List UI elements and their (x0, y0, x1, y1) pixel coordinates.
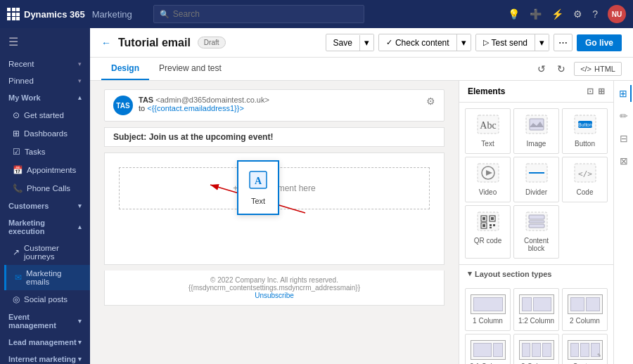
html-button[interactable]: </> HTML (574, 62, 622, 76)
panel-header-icons: ⊡ ⊞ (587, 86, 605, 96)
chevron-down-icon: ▾ (78, 318, 82, 325)
sidebar-item-phone-calls[interactable]: 📞 Phone Calls (4, 179, 90, 197)
image-tile-label: Image (527, 140, 546, 148)
element-tile-qrcode[interactable]: QR code (465, 205, 511, 259)
sidebar-group-internet-marketing[interactable]: Internet marketing ▾ (0, 351, 90, 364)
sidebar-item-recent[interactable]: Recent ▾ (0, 56, 90, 72)
layout-tile-2-1-column[interactable]: 2:1 Column (465, 334, 511, 364)
code-icon: </> (580, 65, 592, 73)
hamburger-button[interactable]: ☰ (0, 28, 90, 56)
element-tile-video[interactable]: Video (465, 157, 511, 202)
settings-icon[interactable]: ⚙ (573, 8, 582, 20)
tab-preview-and-test[interactable]: Preview and test (149, 58, 231, 80)
elements-panel-icon[interactable]: ⊞ (616, 85, 632, 102)
app-logo[interactable]: Dynamics 365 (7, 8, 85, 20)
test-send-dropdown[interactable]: ▾ (535, 34, 549, 51)
sidebar-group-lead-management[interactable]: Lead management ▾ (0, 334, 90, 351)
element-tile-code[interactable]: </> Code (562, 157, 608, 202)
layout-section-header[interactable]: ▾ Layout section types (459, 264, 613, 282)
filter-icon[interactable]: ⚡ (551, 8, 563, 20)
appointments-icon: 📅 (13, 165, 23, 175)
email-canvas: TAS TAS <admin@d365domaintest.co.uk> to … (90, 81, 459, 364)
layout-preview-1-2col (519, 294, 554, 314)
panel-header: Elements ⊡ ⊞ (459, 81, 613, 103)
layout-tile-3-column[interactable]: 3 Column (513, 334, 559, 364)
sidebar-item-tasks[interactable]: ☑ Tasks (4, 143, 90, 161)
unsubscribe-link[interactable]: Unsubscribe (255, 292, 294, 299)
check-content-button[interactable]: ✓ Check content (379, 35, 456, 51)
test-send-group: ▷ Test send ▾ (475, 34, 549, 51)
tabs: Design Preview and test (101, 58, 231, 80)
settings-icon[interactable]: ⚙ (426, 96, 435, 107)
back-button[interactable]: ← (101, 37, 111, 48)
sidebar-item-customer-journeys[interactable]: ↗ Customer journeys (4, 240, 90, 265)
sidebar-item-pinned[interactable]: Pinned ▾ (0, 72, 90, 89)
layout-preview-custom: ✎ (568, 340, 603, 360)
email-info-bar: TAS TAS <admin@d365domaintest.co.uk> to … (104, 89, 445, 122)
extra-icon[interactable]: ⊠ (617, 152, 631, 169)
more-options-button[interactable]: ⋯ (554, 34, 573, 51)
chevron-down-icon: ▾ (468, 269, 472, 278)
undo-button[interactable]: ↺ (535, 60, 549, 77)
to-label: to (139, 104, 145, 112)
panel-grid-icon[interactable]: ⊞ (598, 86, 605, 96)
page-header: ← Tutorial email Draft Save ▾ ✓ Check co… (90, 28, 633, 58)
topnav: Dynamics 365 Marketing 🔍 💡 ➕ ⚡ ⚙ ? NU (0, 0, 633, 28)
sidebar-item-appointments[interactable]: 📅 Appointments (4, 161, 90, 179)
sidebar-group-customers[interactable]: Customers ▾ (0, 197, 90, 214)
layout-section-label: Layout section types (475, 270, 551, 278)
tab-design[interactable]: Design (101, 58, 149, 80)
user-avatar[interactable]: NU (608, 5, 626, 23)
layout-tile-1-column[interactable]: 1 Column (465, 288, 511, 331)
code-tile-label: Code (577, 188, 594, 196)
test-send-button[interactable]: ▷ Test send (476, 35, 535, 51)
element-tile-text[interactable]: Abc Text (465, 108, 511, 154)
text-popup-label: Text (247, 197, 269, 205)
element-tile-image[interactable]: Image (513, 108, 559, 154)
help-icon[interactable]: ? (592, 8, 598, 20)
sidebar-group-my-work[interactable]: My Work ▴ (0, 89, 90, 106)
element-tile-content-block[interactable]: Content block (513, 205, 559, 259)
app-name: Dynamics 365 (24, 9, 85, 20)
video-tile-label: Video (479, 188, 497, 196)
text-tile-icon: Abc (477, 115, 499, 137)
svg-rect-20 (482, 217, 485, 220)
layout-tile-1-2-column[interactable]: 1:2 Column (513, 288, 559, 331)
sender-avatar: TAS (113, 96, 133, 115)
search-input[interactable] (173, 9, 358, 19)
main-area: ← Tutorial email Draft Save ▾ ✓ Check co… (90, 28, 633, 364)
layout-1-2col-label: 1:2 Column (518, 317, 554, 325)
sidebar-group-event-management[interactable]: Event management ▾ (0, 308, 90, 334)
element-tile-divider[interactable]: Divider (513, 157, 559, 202)
lightbulb-icon[interactable]: 💡 (508, 8, 520, 20)
button-tile-label: Button (575, 140, 595, 148)
svg-rect-29 (529, 215, 544, 219)
text-element-popup[interactable]: A Text (237, 160, 279, 215)
panel-expand-icon[interactable]: ⊡ (587, 86, 594, 96)
save-button[interactable]: Save (326, 35, 360, 51)
email-body[interactable]: + + Add element here A Text (104, 152, 445, 265)
plus-icon[interactable]: ➕ (530, 8, 542, 20)
sidebar-item-dashboards[interactable]: ⊞ Dashboards (4, 124, 90, 143)
styles-icon[interactable]: ✏ (617, 108, 631, 124)
sidebar-item-marketing-emails[interactable]: ✉ Marketing emails (4, 265, 90, 290)
chevron-down-icon: ▾ (78, 77, 82, 84)
layout-tile-custom[interactable]: ✎ Custom (562, 334, 608, 364)
layout-preview-2col (568, 294, 603, 314)
layers-icon[interactable]: ⊟ (617, 130, 631, 147)
sidebar-item-get-started[interactable]: ⊙ Get started (4, 106, 90, 124)
sidebar-group-marketing-execution[interactable]: Marketing execution ▴ (0, 214, 90, 240)
dashboards-icon: ⊞ (13, 129, 20, 138)
search-box[interactable]: 🔍 (153, 5, 364, 23)
sidebar-item-social-posts[interactable]: ◎ Social posts (4, 290, 90, 308)
go-live-button[interactable]: Go live (577, 34, 622, 51)
check-content-dropdown[interactable]: ▾ (456, 34, 471, 51)
check-icon: ✓ (386, 38, 392, 47)
chevron-down-icon: ▾ (78, 339, 82, 346)
layout-tile-2-column[interactable]: 2 Column (562, 288, 608, 331)
element-tile-button[interactable]: Button Button (562, 108, 608, 154)
redo-button[interactable]: ↻ (554, 60, 568, 77)
elements-panel: Elements ⊡ ⊞ Abc Text (459, 81, 613, 364)
footer-text: © 2022 Company Inc. All rights reserved. (110, 276, 438, 284)
save-dropdown-button[interactable]: ▾ (360, 34, 373, 51)
